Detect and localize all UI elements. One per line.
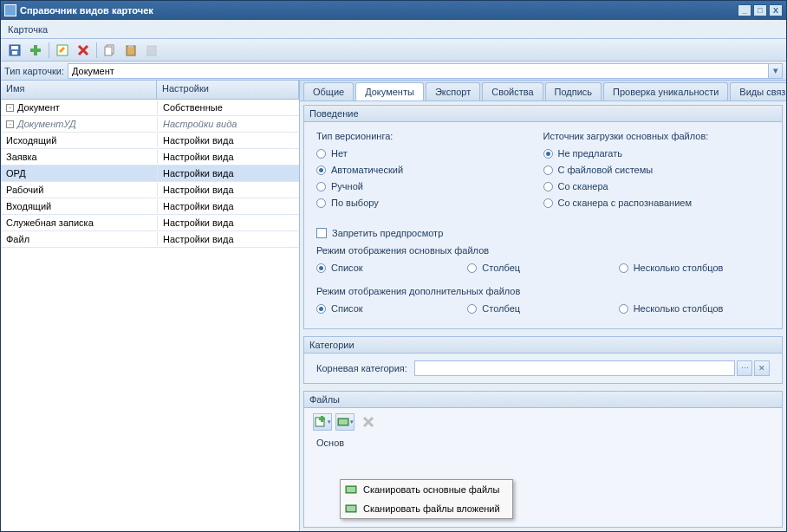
expander-icon[interactable]: - <box>6 120 14 128</box>
scan-attachments-item[interactable]: Сканировать файлы вложений <box>341 499 512 518</box>
tree-row[interactable]: РабочийНастройки вида <box>1 182 299 198</box>
tab-4[interactable]: Подпись <box>545 82 602 101</box>
radio-icon <box>316 149 326 159</box>
root-category-label: Корневая категория: <box>316 363 407 373</box>
forbid-preview-checkbox[interactable]: Запретить предпросмотр <box>316 228 770 238</box>
upload-source-option[interactable]: Со сканера <box>543 181 771 191</box>
tab-5[interactable]: Проверка уникальности <box>603 82 728 101</box>
tree-item-label: Рабочий <box>6 185 43 195</box>
files-main-label: Основ <box>316 438 344 448</box>
tree-row[interactable]: ОРДНастройки вида <box>1 165 299 182</box>
tree-item-settings: Настройки вида <box>157 216 299 230</box>
col-name[interactable]: Имя <box>1 81 157 99</box>
tree-row[interactable]: ИсходящийНастройки вида <box>1 133 299 149</box>
file-add-green-button[interactable]: ▾ <box>313 413 332 431</box>
radio-icon <box>316 263 326 273</box>
title-bar: Справочник видов карточек _ □ X <box>1 1 786 20</box>
menu-card[interactable]: Карточка <box>8 24 48 35</box>
tree-item-label: Документ <box>17 102 60 113</box>
extra-mode-option[interactable]: Список <box>316 303 467 314</box>
tab-2[interactable]: Экспорт <box>426 82 480 101</box>
extra-mode-option[interactable]: Столбец <box>467 303 618 314</box>
disabled-icon <box>144 42 159 58</box>
main-window: Справочник видов карточек _ □ X Карточка… <box>0 0 787 532</box>
add-icon[interactable] <box>28 42 43 58</box>
copy-icon[interactable] <box>102 42 118 58</box>
save-icon[interactable] <box>7 42 23 58</box>
scanner-icon <box>344 502 358 516</box>
main-mode-option[interactable]: Несколько столбцов <box>619 263 770 273</box>
tree-item-label: ДокументУД <box>17 119 76 129</box>
radio-icon <box>316 304 326 314</box>
clear-button[interactable]: ✕ <box>754 360 770 376</box>
scan-main-files-item[interactable]: Сканировать основные файлы <box>341 480 512 499</box>
tree-row[interactable]: -ДокументУДНастройки вида <box>1 116 299 133</box>
menu-bar: Карточка <box>1 20 786 39</box>
delete-icon[interactable] <box>75 42 91 58</box>
tree-body: -ДокументСобственные-ДокументУДНастройки… <box>1 100 299 531</box>
radio-icon <box>543 198 553 208</box>
minimize-button[interactable]: _ <box>738 4 751 16</box>
versioning-option[interactable]: Ручной <box>316 181 543 191</box>
checkbox-icon <box>316 228 327 238</box>
chevron-down-icon[interactable]: ▾ <box>769 63 783 79</box>
versioning-option[interactable]: Автоматический <box>316 165 543 175</box>
upload-source-option[interactable]: Со сканера с распознаванием <box>543 198 771 208</box>
maximize-button[interactable]: □ <box>753 4 767 16</box>
svg-rect-13 <box>319 418 325 420</box>
detail-panel: ОбщиеДокументыЭкспортСвойстваПодписьПров… <box>300 81 786 531</box>
file-scan-button[interactable]: ▾ <box>335 413 354 431</box>
browse-button[interactable]: ⋯ <box>737 360 752 376</box>
tree-item-label: Входящий <box>6 201 51 211</box>
tab-6[interactable]: Виды связанных з <box>730 82 786 101</box>
edit-icon[interactable] <box>55 42 70 58</box>
upload-source-option[interactable]: Не предлагать <box>543 148 771 159</box>
behavior-header: Поведение <box>304 106 782 122</box>
file-delete-icon[interactable] <box>361 414 376 430</box>
radio-icon <box>619 263 628 273</box>
tab-3[interactable]: Свойства <box>482 82 543 101</box>
expander-icon[interactable]: - <box>6 104 14 112</box>
tree-header: Имя Настройки <box>1 81 299 100</box>
versioning-option[interactable]: Нет <box>316 148 543 159</box>
main-mode-option[interactable]: Столбец <box>467 263 618 273</box>
filter-label: Тип карточки: <box>4 66 64 76</box>
toolbar <box>1 39 786 62</box>
upload-source-option[interactable]: С файловой системы <box>543 165 771 175</box>
close-button[interactable]: X <box>769 4 783 16</box>
paste-icon[interactable] <box>123 42 139 58</box>
tree-row[interactable]: Служебная запискаНастройки вида <box>1 215 299 231</box>
tab-1[interactable]: Документы <box>355 82 424 101</box>
type-combobox[interactable]: Документ <box>68 63 769 79</box>
radio-icon <box>543 165 553 175</box>
svg-rect-1 <box>11 46 18 49</box>
root-category-input[interactable] <box>414 360 735 376</box>
tree-row[interactable]: ЗаявкаНастройки вида <box>1 149 299 165</box>
tree-row[interactable]: ВходящийНастройки вида <box>1 198 299 215</box>
svg-rect-7 <box>105 47 112 55</box>
tree-item-settings: Собственные <box>157 101 299 114</box>
upload-source-label: Источник загрузки основных файлов: <box>543 131 771 141</box>
radio-icon <box>316 182 326 191</box>
tree-item-settings: Настройки вида <box>157 199 299 213</box>
extra-mode-label: Режим отображения дополнительных файлов <box>316 286 770 296</box>
categories-header: Категории <box>304 337 782 354</box>
tab-0[interactable]: Общие <box>303 82 354 101</box>
col-settings[interactable]: Настройки <box>157 81 299 99</box>
tree-item-settings: Настройки вида <box>157 166 299 180</box>
svg-rect-4 <box>30 49 41 52</box>
tree-row[interactable]: -ДокументСобственные <box>1 100 299 116</box>
categories-section: Категории Корневая категория: ⋯ ✕ <box>303 336 783 384</box>
radio-icon <box>467 304 477 314</box>
tree-item-settings: Настройки вида <box>157 133 299 147</box>
tree-item-settings: Настройки вида <box>157 183 299 197</box>
tree-item-label: Служебная записка <box>6 217 94 228</box>
radio-icon <box>619 304 628 314</box>
radio-icon <box>316 165 326 175</box>
tab-strip: ОбщиеДокументыЭкспортСвойстваПодписьПров… <box>300 81 786 101</box>
main-mode-option[interactable]: Список <box>316 263 467 273</box>
scan-menu-popup: Сканировать основные файлы Сканировать ф… <box>340 479 513 519</box>
extra-mode-option[interactable]: Несколько столбцов <box>619 303 770 314</box>
versioning-option[interactable]: По выбору <box>316 198 543 208</box>
tree-row[interactable]: ФайлНастройки вида <box>1 231 299 248</box>
